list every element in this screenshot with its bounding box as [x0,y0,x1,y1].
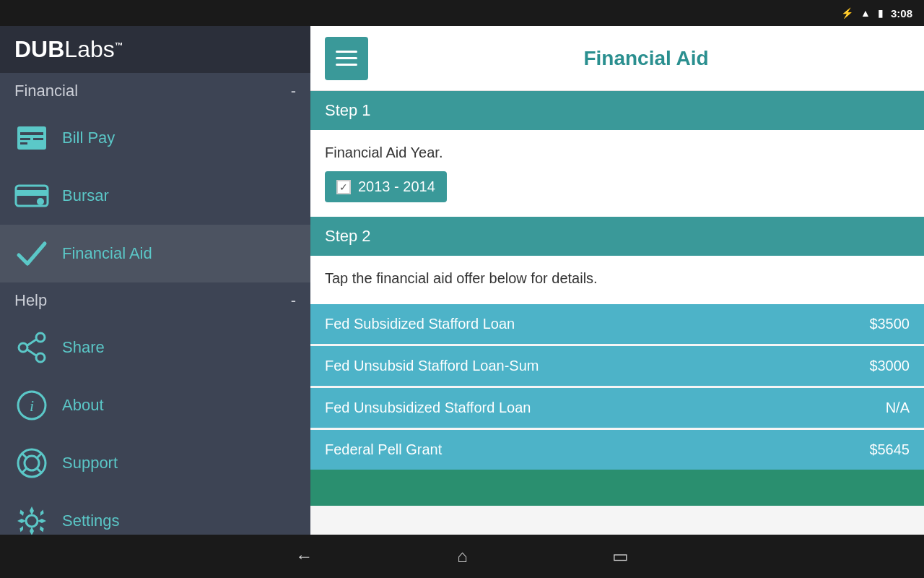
financial-aid-label: Financial Aid [62,244,152,263]
checkmark-icon [14,236,49,271]
step2-header: Step 2 [310,217,924,256]
loan-item-1[interactable]: Fed Unsubsid Stafford Loan-Sum $3000 [310,346,924,386]
loan-item-3[interactable]: Federal Pell Grant $5645 [310,430,924,470]
step1-content: Financial Aid Year. ✓ 2013 - 2014 [310,130,924,217]
home-button[interactable]: ⌂ [457,546,468,566]
support-label: Support [62,454,118,473]
loan-name-3: Federal Pell Grant [325,441,442,458]
sidebar-item-about[interactable]: i About [0,376,310,434]
svg-rect-4 [20,142,27,144]
back-button[interactable]: ← [295,546,313,566]
svg-point-9 [19,343,27,352]
svg-rect-6 [16,190,48,196]
help-section-header: Help - [0,282,310,319]
year-checkbox: ✓ [336,180,351,194]
loan-item-0[interactable]: Fed Subsidized Stafford Loan $3500 [310,304,924,344]
svg-line-12 [27,350,36,355]
hamburger-icon [336,51,357,66]
content-scroll[interactable]: Step 1 Financial Aid Year. ✓ 2013 - 2014… [310,91,924,535]
top-bar: Financial Aid [310,26,924,91]
loan-item-2[interactable]: Fed Unsubsidized Stafford Loan N/A [310,388,924,428]
financial-section-header: Financial - [0,73,310,109]
about-label: About [62,396,104,415]
svg-point-10 [36,353,45,362]
step1-header: Step 1 [310,91,924,130]
year-selector[interactable]: ✓ 2013 - 2014 [325,171,447,202]
loan-amount-3: $5645 [869,441,910,458]
settings-label: Settings [62,512,120,530]
bursar-label: Bursar [62,186,109,205]
loan-name-0: Fed Subsidized Stafford Loan [325,316,515,332]
year-option-label: 2013 - 2014 [358,178,435,195]
page-title: Financial Aid [383,47,910,70]
android-nav-bar: ← ⌂ ▭ [0,535,924,578]
svg-point-7 [37,198,44,205]
about-icon: i [14,388,49,423]
logo-labs: Labs™ [64,36,123,62]
logo-tm: ™ [115,40,123,51]
sidebar: DUBLabs™ Financial - Bill Pay [0,26,310,535]
svg-point-15 [18,449,45,477]
help-section-title: Help [14,291,47,310]
content-area: Financial Aid Step 1 Financial Aid Year.… [310,26,924,535]
bursar-icon [14,178,49,213]
menu-button[interactable] [325,37,368,80]
support-icon [14,446,49,480]
checkmark-icon-small: ✓ [339,181,348,193]
settings-icon [14,504,49,535]
svg-line-18 [37,454,41,458]
svg-rect-3 [33,138,43,140]
loan-name-1: Fed Unsubsid Stafford Loan-Sum [325,358,539,374]
status-bar: ⚡ ▲ ▮ 3:08 [0,0,924,26]
financial-section-title: Financial [14,82,78,100]
help-collapse-button[interactable]: - [291,291,296,310]
recent-button[interactable]: ▭ [612,546,629,566]
svg-line-19 [22,468,27,473]
app-logo: DUBLabs™ [14,36,123,63]
bill-pay-label: Bill Pay [62,129,115,147]
loan-list: Fed Subsidized Stafford Loan $3500 Fed U… [310,304,924,470]
step1-label: Financial Aid Year. [325,144,910,161]
sidebar-item-bursar[interactable]: Bursar [0,167,310,225]
svg-text:i: i [30,397,34,415]
share-icon [14,330,49,365]
step2-label: Tap the financial aid offer below for de… [325,270,910,287]
svg-point-21 [26,515,38,527]
financial-collapse-button[interactable]: - [291,82,296,100]
sidebar-item-support[interactable]: Support [0,434,310,492]
sidebar-item-settings[interactable]: Settings [0,492,310,535]
loan-name-2: Fed Unsubsidized Stafford Loan [325,400,531,416]
loan-amount-0: $3500 [869,316,910,332]
loan-amount-2: N/A [886,400,910,416]
logo-area: DUBLabs™ [0,26,310,73]
sidebar-item-share[interactable]: Share [0,319,310,376]
billpay-icon [14,121,49,155]
logo-dub: DUB [14,36,64,62]
main-container: DUBLabs™ Financial - Bill Pay [0,26,924,535]
sidebar-item-bill-pay[interactable]: Bill Pay [0,109,310,167]
sidebar-item-financial-aid[interactable]: Financial Aid [0,225,310,282]
status-time: 3:08 [891,7,912,20]
share-label: Share [62,338,105,357]
svg-line-17 [22,454,27,458]
svg-line-20 [37,468,41,473]
step2-content: Tap the financial aid offer below for de… [310,256,924,304]
wifi-icon: ▲ [860,7,871,19]
loan-amount-1: $3000 [869,358,910,374]
footer-bar [310,470,924,506]
bluetooth-icon: ⚡ [841,7,853,19]
svg-rect-2 [20,138,30,140]
svg-point-8 [36,333,45,342]
battery-icon: ▮ [878,7,884,19]
svg-line-11 [27,340,36,345]
svg-rect-1 [20,132,43,135]
